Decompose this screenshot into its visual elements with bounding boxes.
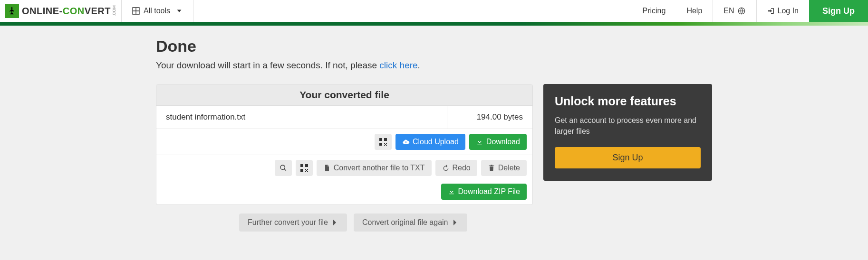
file-size: 194.00 bytes — [447, 106, 532, 129]
login-button[interactable]: Log In — [757, 0, 809, 22]
search-icon — [280, 164, 287, 172]
download-icon — [448, 188, 455, 195]
further-convert-button[interactable]: Further convert your file — [239, 214, 347, 232]
file-icon — [323, 164, 331, 172]
search-button[interactable] — [275, 160, 292, 176]
logo[interactable]: ONLINE-CONVERT .COM — [0, 0, 121, 22]
login-label: Log In — [778, 7, 799, 15]
nav-help[interactable]: Help — [676, 0, 713, 22]
download-icon — [476, 138, 483, 146]
file-row: student information.txt 194.00 bytes — [156, 106, 532, 129]
bottom-actions: Further convert your file Convert origin… — [239, 214, 712, 232]
unlock-features-sidebar: Unlock more features Get an account to p… — [543, 84, 712, 181]
trash-icon — [488, 164, 495, 172]
sidebar-title: Unlock more features — [555, 94, 701, 108]
signup-button-sidebar[interactable]: Sign Up — [555, 147, 701, 168]
click-here-link[interactable]: click here — [379, 60, 417, 70]
cloud-icon — [402, 138, 410, 146]
panel-heading: Your converted file — [156, 84, 532, 106]
globe-icon — [737, 7, 746, 15]
signup-button-header[interactable]: Sign Up — [809, 0, 868, 22]
qr-icon — [300, 164, 308, 172]
download-button[interactable]: Download — [469, 134, 527, 150]
logo-text: ONLINE-CONVERT — [22, 6, 111, 17]
file-name: student information.txt — [156, 106, 447, 129]
all-tools-menu[interactable]: All tools — [122, 0, 193, 22]
qr-code-button-2[interactable] — [296, 160, 313, 176]
chevron-right-icon — [451, 219, 459, 226]
cloud-upload-button[interactable]: Cloud Upload — [395, 134, 465, 150]
file-actions-secondary: Convert another file to TXT Redo Delete … — [156, 155, 532, 204]
qr-code-button[interactable] — [375, 134, 392, 150]
redo-button[interactable]: Redo — [435, 160, 477, 176]
logo-suffix: .COM — [112, 5, 116, 17]
converted-file-panel: Your converted file student information.… — [156, 84, 533, 205]
convert-another-button[interactable]: Convert another file to TXT — [317, 160, 432, 176]
grid-icon — [132, 7, 140, 15]
lang-label: EN — [723, 7, 734, 15]
qr-icon — [379, 138, 387, 146]
accent-bar — [0, 22, 868, 26]
chevron-down-icon — [176, 8, 183, 14]
all-tools-label: All tools — [144, 7, 170, 15]
file-actions-primary: Cloud Upload Download — [156, 129, 532, 155]
nav-pricing[interactable]: Pricing — [632, 0, 676, 22]
convert-original-button[interactable]: Convert original file again — [354, 214, 467, 232]
logo-icon — [5, 4, 19, 18]
sidebar-text: Get an account to process even more and … — [555, 115, 701, 137]
chevron-right-icon — [331, 219, 338, 226]
language-selector[interactable]: EN — [713, 0, 756, 22]
login-icon — [767, 7, 775, 15]
header: ONLINE-CONVERT .COM All tools Pricing He… — [0, 0, 868, 22]
download-zip-button[interactable]: Download ZIP File — [441, 184, 527, 200]
page-subtitle: Your download will start in a few second… — [156, 60, 712, 71]
page-title: Done — [156, 37, 712, 56]
delete-button[interactable]: Delete — [481, 160, 527, 176]
redo-icon — [442, 164, 450, 172]
